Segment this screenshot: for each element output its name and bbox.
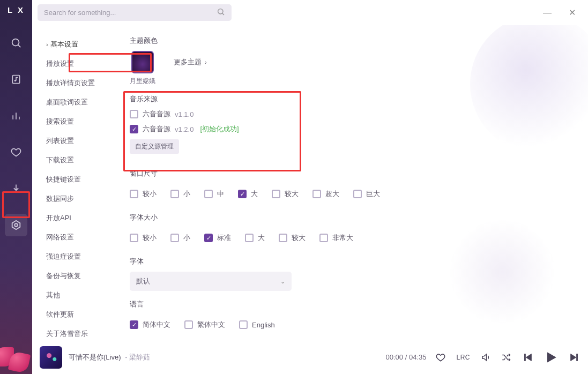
more-themes-link[interactable]: 更多主题› <box>174 57 207 67</box>
section-font-size-title: 字体大小 <box>130 213 582 222</box>
settings-nav-item[interactable]: 数据同步 <box>39 189 125 208</box>
checkbox[interactable] <box>130 125 138 133</box>
source-version: v1.2.0 <box>175 125 193 133</box>
checkbox[interactable] <box>170 234 179 242</box>
lang-option[interactable]: English <box>239 320 275 330</box>
nav-downloads[interactable] <box>5 177 27 200</box>
lang-option[interactable]: 简体中文 <box>130 320 170 330</box>
svg-point-8 <box>14 223 18 227</box>
checkbox[interactable] <box>204 190 213 198</box>
settings-nav-item[interactable]: 播放详情页设置 <box>39 73 125 93</box>
size-option[interactable]: 中 <box>204 189 224 199</box>
section-language-title: 语言 <box>130 300 582 309</box>
fontsize-option[interactable]: 大 <box>245 233 265 243</box>
option-label: 巨大 <box>366 189 380 199</box>
option-label: 标准 <box>217 233 231 243</box>
size-option[interactable]: 大 <box>238 189 258 199</box>
settings-nav-item-basic[interactable]: ›基本设置 <box>39 35 125 54</box>
play-button[interactable] <box>544 350 558 364</box>
nav-sidebar: L X <box>0 0 32 374</box>
fontsize-option[interactable]: 较大 <box>279 233 306 243</box>
fontsize-option[interactable]: 标准 <box>204 233 231 243</box>
settings-nav-item[interactable]: 快捷键设置 <box>39 170 125 189</box>
checkbox[interactable] <box>130 190 138 198</box>
chevron-right-icon: › <box>205 59 207 65</box>
lyrics-button[interactable]: LRC <box>456 354 470 361</box>
close-button[interactable]: ✕ <box>568 9 576 17</box>
checkbox[interactable] <box>272 190 280 198</box>
checkbox[interactable] <box>312 190 321 198</box>
heart-icon <box>10 146 23 159</box>
checkbox[interactable] <box>184 320 193 329</box>
search-input[interactable] <box>44 9 212 17</box>
lang-option[interactable]: 繁体中文 <box>184 320 225 330</box>
size-option[interactable]: 巨大 <box>353 189 380 199</box>
nav-library[interactable] <box>5 68 27 91</box>
source-name: 六音音源 <box>143 124 170 134</box>
option-label: 小 <box>183 189 190 199</box>
option-label: 超大 <box>325 189 339 199</box>
checkbox[interactable] <box>353 190 362 198</box>
prev-button[interactable] <box>522 351 533 363</box>
svg-line-1 <box>18 45 20 47</box>
source-option[interactable]: 六音音源 v1.2.0 [初始化成功] <box>130 124 582 134</box>
nav-chart[interactable] <box>5 104 27 127</box>
size-option[interactable]: 小 <box>170 189 190 199</box>
theme-card[interactable]: 月里嫦娥 <box>130 51 155 86</box>
option-label: 非常大 <box>332 233 353 243</box>
size-option[interactable]: 较小 <box>130 189 157 199</box>
section-font-title: 字体 <box>130 257 582 266</box>
fontsize-option[interactable]: 较小 <box>130 233 157 243</box>
settings-nav-item[interactable]: 强迫症设置 <box>39 247 125 266</box>
settings-nav-item[interactable]: 关于洛雪音乐 <box>39 324 125 340</box>
track-title: 可惜不是你(Live) <box>69 353 121 361</box>
settings-nav-item[interactable]: 列表设置 <box>39 131 125 151</box>
settings-icon <box>10 219 23 231</box>
next-button[interactable] <box>569 351 580 363</box>
nav-search[interactable] <box>5 32 27 54</box>
checkbox[interactable] <box>279 234 287 242</box>
theme-name: 月里嫦娥 <box>130 77 155 86</box>
like-button[interactable] <box>436 353 445 362</box>
player-bar: 可惜不是你(Live) - 梁静茹 00:00 / 04:35 LRC <box>32 340 588 374</box>
settings-nav-item[interactable]: 备份与恢复 <box>39 266 125 286</box>
settings-nav-item[interactable]: 搜索设置 <box>39 112 125 131</box>
settings-nav-item[interactable]: 下载设置 <box>39 151 125 170</box>
nav-settings[interactable] <box>5 214 27 236</box>
album-art[interactable] <box>40 346 62 369</box>
more-themes-label: 更多主题 <box>174 58 202 66</box>
track-artist: - 梁静茹 <box>125 353 150 361</box>
minimize-button[interactable]: — <box>543 9 552 17</box>
volume-button[interactable] <box>481 353 490 362</box>
settings-nav-item[interactable]: 软件更新 <box>39 305 125 324</box>
checkbox[interactable] <box>130 320 138 329</box>
option-label: 较小 <box>143 189 157 199</box>
settings-panel: 主题颜色 月里嫦娥 更多主题› 音乐来源 <box>125 27 582 340</box>
checkbox[interactable] <box>238 190 247 198</box>
size-option[interactable]: 较大 <box>272 189 299 199</box>
size-option[interactable]: 超大 <box>312 189 339 199</box>
settings-nav-item[interactable]: 其他 <box>39 286 125 305</box>
checkbox[interactable] <box>170 190 179 198</box>
search-icon <box>10 36 23 49</box>
chart-icon <box>10 109 23 122</box>
settings-nav-item[interactable]: 开放API <box>39 208 125 228</box>
checkbox[interactable] <box>245 234 254 242</box>
manage-sources-button[interactable]: 自定义源管理 <box>130 139 179 154</box>
checkbox[interactable] <box>239 320 248 329</box>
fontsize-option[interactable]: 非常大 <box>319 233 353 243</box>
music-file-icon <box>10 73 23 86</box>
settings-nav-item[interactable]: 桌面歌词设置 <box>39 93 125 112</box>
nav-favorites[interactable] <box>5 141 27 163</box>
settings-nav-item[interactable]: 播放设置 <box>39 54 125 73</box>
checkbox[interactable] <box>204 234 213 242</box>
font-select[interactable]: 默认 ⌄ <box>130 272 292 291</box>
source-option[interactable]: 六音音源 v1.1.0 <box>130 109 582 119</box>
checkbox[interactable] <box>130 110 138 118</box>
checkbox[interactable] <box>319 234 328 242</box>
search-box[interactable] <box>38 4 232 21</box>
fontsize-option[interactable]: 小 <box>170 233 190 243</box>
settings-nav-item[interactable]: 网络设置 <box>39 228 125 247</box>
checkbox[interactable] <box>130 234 138 242</box>
shuffle-button[interactable] <box>501 353 511 362</box>
